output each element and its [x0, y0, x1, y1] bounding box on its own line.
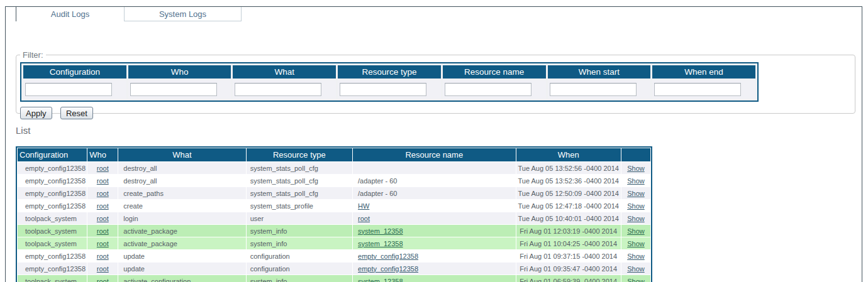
who-link[interactable]: root — [97, 202, 109, 210]
configuration-cell: empty_config12358 — [18, 187, 87, 199]
who-link[interactable]: root — [97, 240, 109, 247]
show-cell: Show — [621, 175, 650, 187]
filter-input-cell — [443, 80, 546, 99]
who-link[interactable]: root — [97, 165, 109, 172]
show-link[interactable]: Show — [627, 227, 645, 235]
filter-input-resource-name[interactable] — [445, 83, 531, 96]
list-header-row: ConfigurationWhoWhatResource typeResourc… — [18, 148, 650, 161]
show-cell: Show — [621, 162, 650, 174]
when-cell: Tue Aug 05 12:47:18 -0400 2014 — [516, 200, 621, 212]
table-row: toolpack_systemrootactivate_packagesyste… — [18, 237, 650, 249]
show-link[interactable]: Show — [627, 240, 645, 247]
what-cell: create — [118, 200, 245, 212]
resource-type-cell: configuration — [247, 250, 352, 262]
resource-name-link[interactable]: HW — [358, 202, 369, 210]
resource-type-cell: configuration — [247, 263, 352, 274]
who-link[interactable]: root — [97, 265, 109, 273]
who-link[interactable]: root — [97, 190, 109, 197]
what-cell: activate_configuration — [118, 275, 245, 282]
filter-col-configuration: Configuration — [23, 65, 126, 79]
filter-buttons: Apply Reset — [20, 107, 855, 119]
filter-fieldset: Filter: ConfigurationWhoWhatResource typ… — [16, 50, 855, 114]
who-cell: root — [87, 200, 118, 212]
resource-name-link[interactable]: system_12358 — [358, 240, 403, 247]
who-cell: root — [87, 237, 118, 249]
configuration-cell: toolpack_system — [18, 212, 87, 224]
resource-name-cell: system_12358 — [353, 225, 516, 237]
resource-name-link[interactable]: root — [358, 215, 370, 222]
configuration-cell: toolpack_system — [18, 237, 87, 249]
when-cell: Fri Aug 01 09:37:15 -0400 2014 — [516, 250, 621, 262]
resource-name-cell: HW — [353, 200, 516, 212]
resource-name-cell: /adapter - 60 — [353, 187, 516, 199]
filter-input-who[interactable] — [130, 83, 217, 96]
reset-button[interactable]: Reset — [60, 107, 93, 119]
apply-button[interactable]: Apply — [20, 107, 52, 119]
resource-type-cell: system_stats_poll_cfg — [247, 187, 352, 199]
list-col-resource-name: Resource name — [353, 148, 516, 161]
table-row: empty_config12358rootupdateconfiguration… — [18, 263, 650, 274]
filter-col-resource-name: Resource name — [443, 65, 546, 79]
table-row: toolpack_systemrootactivate_packagesyste… — [18, 225, 650, 237]
tab-audit-logs[interactable]: Audit Logs — [16, 6, 125, 21]
what-cell: login — [118, 212, 245, 224]
table-row: toolpack_systemrootloginuserrootTue Aug … — [18, 212, 650, 224]
show-link[interactable]: Show — [627, 165, 645, 172]
filter-col-when-end: When end — [652, 65, 755, 79]
what-cell: destroy_all — [118, 175, 245, 187]
who-cell: root — [87, 162, 118, 174]
tab-audit-logs-label: Audit Logs — [51, 9, 89, 19]
resource-type-cell: system_info — [247, 225, 352, 237]
resource-name-link[interactable]: empty_config12358 — [358, 252, 418, 260]
what-cell: update — [118, 250, 245, 262]
configuration-cell: toolpack_system — [18, 225, 87, 237]
show-cell: Show — [621, 275, 650, 282]
who-cell: root — [87, 263, 118, 274]
list-col-configuration: Configuration — [18, 148, 87, 161]
resource-name-cell: root — [353, 212, 516, 224]
configuration-cell: empty_config12358 — [18, 250, 87, 262]
show-cell: Show — [621, 225, 650, 237]
show-link[interactable]: Show — [627, 202, 645, 210]
filter-input-resource-type[interactable] — [340, 83, 426, 96]
table-row: empty_config12358rootdestroy_allsystem_s… — [18, 175, 650, 187]
configuration-cell: toolpack_system — [18, 275, 87, 282]
filter-input-cell — [233, 80, 336, 99]
who-cell: root — [87, 187, 118, 199]
who-link[interactable]: root — [97, 278, 109, 282]
resource-name-cell — [353, 162, 516, 174]
filter-legend: Filter: — [20, 50, 46, 60]
show-link[interactable]: Show — [627, 177, 645, 185]
show-link[interactable]: Show — [627, 215, 645, 222]
filter-input-cell — [338, 80, 441, 99]
who-link[interactable]: root — [97, 227, 109, 235]
filter-input-cell — [652, 80, 755, 99]
tab-system-logs[interactable]: System Logs — [124, 7, 242, 21]
filter-input-when-end[interactable] — [654, 83, 741, 96]
who-link[interactable]: root — [97, 252, 109, 260]
who-link[interactable]: root — [97, 177, 109, 185]
filter-input-when-start[interactable] — [550, 83, 637, 96]
filter-col-resource-type: Resource type — [338, 65, 441, 79]
show-link[interactable]: Show — [627, 265, 645, 273]
resource-name-link[interactable]: system_12358 — [358, 227, 403, 235]
when-cell: Tue Aug 05 10:40:01 -0400 2014 — [516, 212, 621, 224]
filter-input-cell — [128, 80, 231, 99]
who-link[interactable]: root — [97, 215, 109, 222]
when-cell: Fri Aug 01 10:04:25 -0400 2014 — [516, 237, 621, 249]
table-row: empty_config12358rootcreatesystem_stats_… — [18, 200, 650, 212]
show-link[interactable]: Show — [627, 252, 645, 260]
who-cell: root — [87, 175, 118, 187]
who-cell: root — [87, 275, 118, 282]
resource-name-link[interactable]: empty_config12358 — [358, 265, 418, 273]
resource-name-link[interactable]: system_12358 — [358, 278, 403, 282]
show-link[interactable]: Show — [627, 278, 645, 282]
what-cell: activate_package — [118, 237, 245, 249]
filter-input-what[interactable] — [235, 83, 321, 96]
filter-input-configuration[interactable] — [25, 83, 112, 96]
configuration-cell: empty_config12358 — [18, 263, 87, 274]
what-cell: create_paths — [118, 187, 245, 199]
who-cell: root — [87, 225, 118, 237]
when-cell: Tue Aug 05 12:50:09 -0400 2014 — [516, 187, 621, 199]
show-link[interactable]: Show — [627, 190, 645, 197]
